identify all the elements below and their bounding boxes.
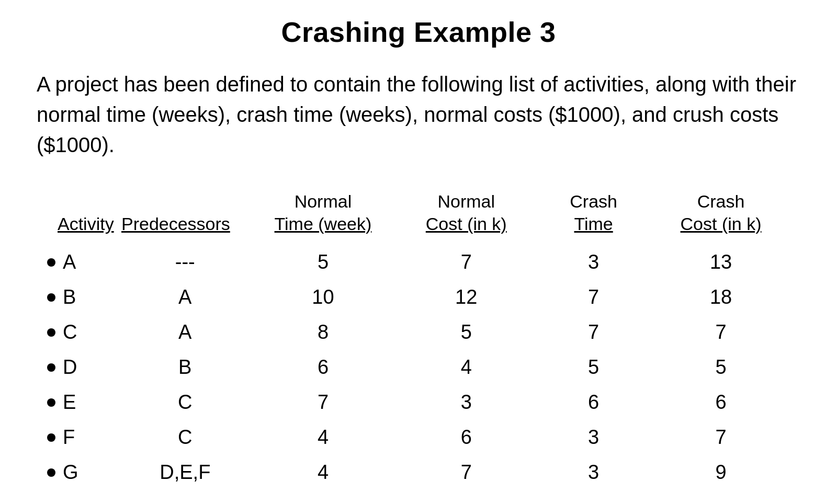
- bullet-icon: [47, 398, 55, 407]
- cell-predecessors: B: [116, 350, 254, 385]
- cell-predecessors: D,E,F: [116, 455, 254, 490]
- cell-normal-time: 5: [254, 245, 392, 280]
- table-header-bottom: Activity Predecessors Time (week) Cost (…: [42, 214, 795, 245]
- cell-crash-time: 3: [540, 420, 647, 455]
- header-normal-cost: Cost (in k): [392, 214, 540, 245]
- cell-normal-cost: 5: [392, 315, 540, 350]
- header-top-predecessors: [116, 191, 254, 214]
- cell-crash-time: 7: [540, 315, 647, 350]
- page-title: Crashing Example 3: [31, 0, 806, 69]
- activity-value: E: [63, 391, 76, 413]
- cell-crash-time: 7: [540, 280, 647, 315]
- table-row: GD,E,F4739: [42, 455, 795, 490]
- header-predecessors: Predecessors: [116, 214, 254, 245]
- header-top-normal-cost: Normal: [392, 191, 540, 214]
- table-row: FC4637: [42, 420, 795, 455]
- table-container: Normal Normal Crash Crash Activity Prede…: [31, 191, 806, 490]
- bullet-icon: [47, 363, 55, 372]
- cell-predecessors: A: [116, 280, 254, 315]
- cell-normal-time: 7: [254, 385, 392, 420]
- header-crash-time: Time: [540, 214, 647, 245]
- activity-value: A: [63, 251, 76, 273]
- bullet-icon: [47, 328, 55, 337]
- cell-activity: A: [42, 245, 116, 280]
- cell-crash-time: 3: [540, 245, 647, 280]
- activity-value: B: [63, 286, 76, 308]
- cell-activity: E: [42, 385, 116, 420]
- cell-activity: B: [42, 280, 116, 315]
- cell-crash-cost: 7: [647, 420, 795, 455]
- cell-crash-cost: 7: [647, 315, 795, 350]
- cell-crash-cost: 5: [647, 350, 795, 385]
- table-row: CA8577: [42, 315, 795, 350]
- cell-predecessors: ---: [116, 245, 254, 280]
- cell-crash-cost: 6: [647, 385, 795, 420]
- activity-value: D: [63, 356, 77, 378]
- cell-crash-time: 3: [540, 455, 647, 490]
- cell-normal-cost: 12: [392, 280, 540, 315]
- cell-crash-time: 6: [540, 385, 647, 420]
- cell-crash-cost: 18: [647, 280, 795, 315]
- table-body: A---57313BA1012718CA8577DB6455EC7366FC46…: [42, 245, 795, 490]
- cell-activity: C: [42, 315, 116, 350]
- table-row: BA1012718: [42, 280, 795, 315]
- activity-value: G: [63, 461, 78, 483]
- table-header-top: Normal Normal Crash Crash: [42, 191, 795, 214]
- cell-normal-time: 4: [254, 420, 392, 455]
- table-row: DB6455: [42, 350, 795, 385]
- header-top-activity: [42, 191, 116, 214]
- cell-normal-cost: 7: [392, 245, 540, 280]
- bullet-icon: [47, 258, 55, 267]
- table-row: A---57313: [42, 245, 795, 280]
- page-description: A project has been defined to contain th…: [31, 69, 806, 160]
- cell-normal-cost: 3: [392, 385, 540, 420]
- cell-crash-time: 5: [540, 350, 647, 385]
- header-activity: Activity: [42, 214, 116, 245]
- cell-activity: F: [42, 420, 116, 455]
- activity-table: Normal Normal Crash Crash Activity Prede…: [42, 191, 795, 490]
- cell-activity: D: [42, 350, 116, 385]
- header-crash-cost: Cost (in k): [647, 214, 795, 245]
- header-normal-time: Time (week): [254, 214, 392, 245]
- bullet-icon: [47, 293, 55, 302]
- header-top-crash-time: Crash: [540, 191, 647, 214]
- cell-activity: G: [42, 455, 116, 490]
- cell-normal-time: 6: [254, 350, 392, 385]
- cell-normal-cost: 7: [392, 455, 540, 490]
- activity-value: C: [63, 321, 77, 343]
- cell-predecessors: C: [116, 385, 254, 420]
- cell-normal-cost: 6: [392, 420, 540, 455]
- cell-crash-cost: 13: [647, 245, 795, 280]
- cell-normal-time: 4: [254, 455, 392, 490]
- activity-value: F: [63, 426, 75, 448]
- cell-crash-cost: 9: [647, 455, 795, 490]
- bullet-icon: [47, 433, 55, 442]
- cell-normal-cost: 4: [392, 350, 540, 385]
- bullet-icon: [47, 468, 55, 477]
- cell-predecessors: A: [116, 315, 254, 350]
- cell-predecessors: C: [116, 420, 254, 455]
- table-row: EC7366: [42, 385, 795, 420]
- cell-normal-time: 10: [254, 280, 392, 315]
- header-top-normal-time: Normal: [254, 191, 392, 214]
- header-top-crash-cost: Crash: [647, 191, 795, 214]
- cell-normal-time: 8: [254, 315, 392, 350]
